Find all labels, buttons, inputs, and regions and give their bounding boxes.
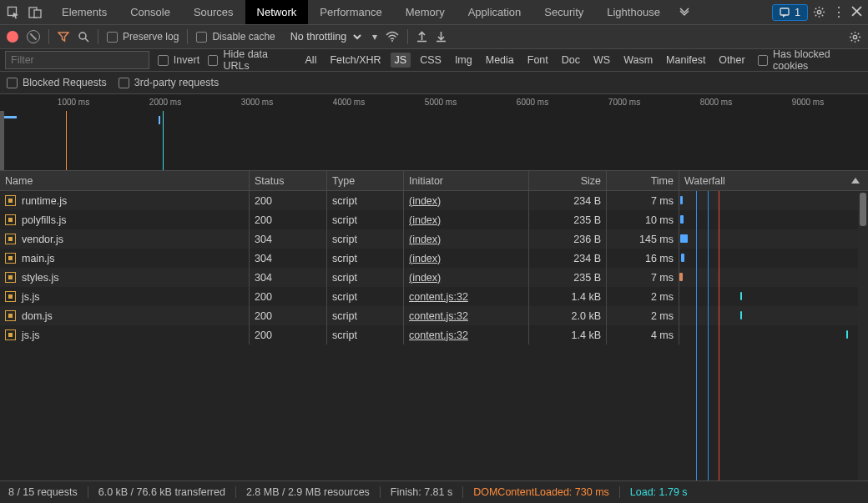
settings-icon[interactable] [813, 6, 826, 18]
status-load: Load: 1.79 s [620, 486, 698, 498]
row-name: dom.js [22, 310, 53, 322]
row-initiator[interactable]: (index) [409, 234, 441, 245]
svg-rect-3 [780, 8, 789, 15]
waterfall-bar [680, 215, 684, 224]
filter-type-media[interactable]: Media [482, 53, 518, 68]
issues-count: 1 [795, 7, 800, 18]
inspect-icon[interactable] [7, 6, 20, 19]
network-settings-icon[interactable] [849, 31, 861, 43]
row-name: js.js [22, 291, 40, 303]
tab-lighthouse[interactable]: Lighthouse [595, 0, 672, 24]
tab-network[interactable]: Network [245, 0, 309, 24]
clear-button[interactable] [27, 30, 40, 43]
row-name: styles.js [22, 272, 58, 284]
hide-data-urls-checkbox[interactable]: Hide data URLs [208, 48, 292, 72]
filter-toggle-icon[interactable] [58, 31, 69, 43]
row-initiator[interactable]: content.js:32 [409, 310, 468, 322]
table-row[interactable]: styles.js304script(index)235 B7 ms [0, 268, 868, 287]
network-filterbar-row2: Blocked Requests 3rd-party requests [0, 72, 868, 94]
third-party-checkbox[interactable]: 3rd-party requests [119, 77, 219, 88]
throttling-select[interactable]: No throttling [284, 28, 364, 45]
filter-type-other[interactable]: Other [714, 53, 749, 68]
row-initiator[interactable]: content.js:32 [409, 291, 468, 303]
row-initiator[interactable]: (index) [409, 214, 441, 226]
tab-sources[interactable]: Sources [182, 0, 245, 24]
row-name: polyfills.js [22, 214, 67, 226]
filter-type-fetchxhr[interactable]: Fetch/XHR [326, 53, 385, 68]
more-tabs-icon[interactable] [679, 7, 692, 18]
row-size: 236 B [573, 234, 601, 245]
filter-type-all[interactable]: All [301, 53, 321, 68]
row-initiator[interactable]: (index) [409, 195, 441, 207]
table-row[interactable]: js.js200scriptcontent.js:321.4 kB4 ms [0, 325, 868, 345]
col-size[interactable]: Size [529, 171, 607, 190]
table-row[interactable]: js.js200scriptcontent.js:321.4 kB2 ms [0, 287, 868, 306]
tab-memory[interactable]: Memory [394, 0, 457, 24]
row-type: script [332, 214, 357, 226]
tab-console[interactable]: Console [119, 0, 182, 24]
row-status: 304 [255, 253, 272, 264]
col-initiator[interactable]: Initiator [404, 171, 529, 190]
tab-elements[interactable]: Elements [50, 0, 119, 24]
export-har-icon[interactable] [436, 31, 447, 43]
invert-checkbox[interactable]: Invert [158, 54, 199, 66]
device-toolbar-icon[interactable] [28, 6, 42, 19]
import-har-icon[interactable] [416, 31, 427, 43]
row-initiator[interactable]: (index) [409, 272, 441, 284]
issues-button[interactable]: 1 [772, 4, 808, 21]
close-icon[interactable] [850, 6, 863, 19]
filter-input[interactable] [5, 51, 149, 69]
filter-type-ws[interactable]: WS [589, 53, 614, 68]
devtools-tabstrip: ElementsConsoleSourcesNetworkPerformance… [0, 0, 868, 24]
col-name[interactable]: Name [0, 171, 250, 190]
row-type: script [332, 291, 357, 303]
row-name: runtime.js [22, 195, 67, 207]
row-status: 304 [255, 272, 272, 284]
timeline-tick: 6000 ms [517, 98, 548, 107]
col-waterfall[interactable]: Waterfall [679, 171, 868, 190]
timeline-tick: 1000 ms [58, 98, 89, 107]
throttling-caret-icon[interactable]: ▾ [372, 31, 377, 43]
table-row[interactable]: runtime.js200script(index)234 B7 ms [0, 191, 868, 210]
tab-performance[interactable]: Performance [308, 0, 393, 24]
col-status[interactable]: Status [250, 171, 327, 190]
network-timeline-overview[interactable]: 1000 ms2000 ms3000 ms4000 ms5000 ms6000 … [0, 94, 868, 171]
row-type: script [332, 234, 357, 245]
waterfall-bar [680, 196, 683, 204]
row-status: 304 [255, 234, 272, 245]
table-row[interactable]: dom.js200scriptcontent.js:322.0 kB2 ms [0, 306, 868, 325]
filter-type-img[interactable]: Img [451, 53, 477, 68]
filter-type-doc[interactable]: Doc [558, 53, 584, 68]
row-initiator[interactable]: (index) [409, 253, 441, 264]
filter-type-css[interactable]: CSS [416, 53, 446, 68]
col-time[interactable]: Time [607, 171, 679, 190]
table-row[interactable]: main.js304script(index)234 B16 ms [0, 249, 868, 268]
row-size: 234 B [573, 195, 601, 207]
tab-application[interactable]: Application [457, 0, 533, 24]
timeline-tick: 3000 ms [241, 98, 273, 107]
row-initiator[interactable]: content.js:32 [409, 329, 468, 341]
filter-type-font[interactable]: Font [523, 53, 553, 68]
network-conditions-icon[interactable] [386, 31, 399, 43]
filter-type-manifest[interactable]: Manifest [662, 53, 709, 68]
search-icon[interactable] [78, 31, 89, 43]
timeline-range-handle[interactable] [0, 111, 4, 170]
table-row[interactable]: polyfills.js200script(index)235 B10 ms [0, 210, 868, 229]
preserve-log-checkbox[interactable]: Preserve log [107, 31, 179, 43]
blocked-requests-checkbox[interactable]: Blocked Requests [7, 77, 107, 88]
js-file-icon [5, 272, 16, 283]
row-status: 200 [255, 329, 272, 341]
row-time: 7 ms [651, 272, 674, 284]
row-time: 4 ms [651, 329, 674, 341]
svg-point-4 [817, 10, 820, 13]
has-blocked-cookies-checkbox[interactable]: Has blocked cookies [758, 48, 863, 72]
record-button[interactable] [7, 31, 18, 43]
kebab-menu-icon[interactable]: ⋮ [831, 4, 845, 20]
filter-type-wasm[interactable]: Wasm [619, 53, 657, 68]
col-type[interactable]: Type [327, 171, 404, 190]
tab-security[interactable]: Security [532, 0, 595, 24]
disable-cache-checkbox[interactable]: Disable cache [196, 31, 275, 43]
timeline-tick: 2000 ms [149, 98, 181, 107]
table-row[interactable]: vendor.js304script(index)236 B145 ms [0, 229, 868, 249]
filter-type-js[interactable]: JS [391, 53, 411, 68]
